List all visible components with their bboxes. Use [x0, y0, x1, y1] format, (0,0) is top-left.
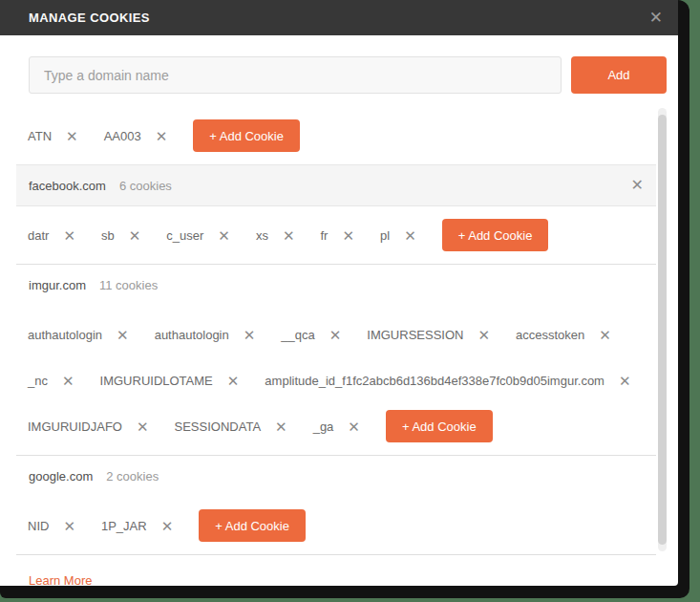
cookie-chip: AA003 ✕	[104, 128, 169, 144]
cookie-chip: amplitude_id_f1fc2abcb6d136bd4ef338e7fc0…	[265, 373, 631, 389]
remove-cookie-button[interactable]: ✕	[65, 128, 79, 144]
window-frame: MANAGE COOKIES ✕ Add ATN ✕ AA003 ✕ + Add…	[0, 0, 689, 598]
remove-cookie-button[interactable]: ✕	[155, 128, 169, 144]
titlebar: MANAGE COOKIES ✕	[0, 0, 678, 35]
cookie-chip: datr ✕	[28, 227, 76, 244]
cookie-name: authautologin	[155, 328, 229, 342]
cookie-name: IMGURUIDJAFO	[28, 419, 122, 434]
remove-cookie-button[interactable]: ✕	[136, 419, 150, 435]
domain-name: imgur.com	[29, 278, 86, 292]
scrollbar-track[interactable]	[658, 108, 667, 551]
cookie-count: 6 cookies	[119, 179, 172, 193]
cookie-chip: fr ✕	[320, 227, 355, 244]
remove-cookie-button[interactable]: ✕	[61, 373, 75, 389]
domain-input[interactable]	[29, 56, 562, 94]
cookie-group: imgur.com 11 cookies authautologin ✕ aut…	[16, 264, 656, 455]
add-domain-button[interactable]: Add	[571, 56, 667, 94]
remove-cookie-button[interactable]: ✕	[226, 373, 241, 389]
add-cookie-button[interactable]: + Add Cookie	[386, 410, 493, 442]
cookie-chip: NID ✕	[28, 518, 76, 534]
cookie-name: 1P_JAR	[101, 519, 147, 533]
remove-cookie-button[interactable]: ✕	[62, 227, 76, 244]
cookie-name: IMGURUIDLOTAME	[100, 374, 213, 388]
add-cookie-button[interactable]: + Add Cookie	[193, 119, 300, 152]
remove-domain-button[interactable]: ✕	[629, 176, 646, 195]
cookie-name: authautologin	[28, 328, 102, 342]
remove-cookie-button[interactable]: ✕	[160, 518, 175, 534]
add-cookie-button[interactable]: + Add Cookie	[442, 219, 549, 251]
cookie-chip: xs ✕	[256, 227, 296, 244]
cookie-name: __qca	[281, 328, 314, 342]
dialog-title: MANAGE COOKIES	[29, 11, 150, 25]
remove-cookie-button[interactable]: ✕	[618, 373, 632, 389]
cookie-name: fr	[320, 228, 328, 243]
remove-cookie-button[interactable]: ✕	[274, 419, 288, 435]
cookie-chips: authautologin ✕ authautologin ✕ __qca ✕ …	[16, 306, 656, 455]
remove-cookie-button[interactable]: ✕	[62, 518, 76, 534]
cookie-chips: ATN ✕ AA003 ✕ + Add Cookie	[16, 107, 656, 164]
domain-name: facebook.com	[29, 179, 106, 193]
cookie-chip: accesstoken ✕	[516, 327, 612, 343]
cookie-chip: c_user ✕	[166, 227, 231, 244]
cookie-chip: pl ✕	[380, 227, 417, 244]
cookie-name: accesstoken	[516, 328, 584, 342]
cookie-chip: __qca ✕	[281, 327, 342, 343]
cookie-chip: ATN ✕	[28, 128, 79, 144]
cookie-group: ATN ✕ AA003 ✕ + Add Cookie	[16, 107, 656, 164]
cookie-group: facebook.com 6 cookies ✕ datr ✕ sb ✕ c_u…	[16, 164, 656, 264]
cookie-row: IMGURUIDJAFO ✕ SESSIONDATA ✕ _ga ✕ + Add…	[28, 403, 656, 449]
cookie-name: _ga	[313, 419, 334, 434]
cookie-name: ATN	[28, 129, 52, 143]
cookie-name: xs	[256, 228, 268, 243]
cookie-chip: IMGURUIDJAFO ✕	[28, 419, 150, 435]
remove-cookie-button[interactable]: ✕	[403, 227, 417, 244]
cookie-name: amplitude_id_f1fc2abcb6d136bd4ef338e7fc0…	[265, 374, 605, 388]
domain-name: google.com	[29, 469, 93, 484]
cookie-chip: 1P_JAR ✕	[101, 518, 174, 534]
cookie-chip: _ga ✕	[313, 419, 361, 435]
cookie-row: NID ✕ 1P_JAR ✕ + Add Cookie	[28, 503, 656, 548]
cookie-name: SESSIONDATA	[175, 419, 262, 434]
cookie-name: AA003	[104, 129, 141, 143]
domain-header[interactable]: facebook.com 6 cookies ✕	[16, 164, 656, 206]
remove-cookie-button[interactable]: ✕	[477, 327, 491, 343]
cookie-chip: IMGURUIDLOTAME ✕	[100, 373, 241, 389]
remove-cookie-button[interactable]: ✕	[128, 227, 142, 244]
add-cookie-button[interactable]: + Add Cookie	[199, 509, 306, 542]
learn-more-link[interactable]: Learn More	[29, 573, 92, 586]
list-footer: Learn More	[16, 554, 656, 586]
close-icon: ✕	[649, 9, 663, 27]
remove-cookie-button[interactable]: ✕	[329, 327, 343, 343]
domain-header[interactable]: google.com 2 cookies	[16, 455, 656, 497]
domain-header[interactable]: imgur.com 11 cookies	[16, 264, 656, 306]
remove-cookie-button[interactable]: ✕	[243, 327, 257, 343]
cookie-chips: NID ✕ 1P_JAR ✕ + Add Cookie	[16, 497, 656, 554]
remove-cookie-button[interactable]: ✕	[217, 227, 231, 244]
cookie-chip: IMGURSESSION ✕	[367, 327, 491, 343]
cookie-chip: authautologin ✕	[28, 327, 130, 343]
cookie-chip: _nc ✕	[28, 373, 75, 389]
close-button[interactable]: ✕	[646, 8, 667, 28]
scrollbar-thumb[interactable]	[658, 115, 667, 545]
cookie-name: IMGURSESSION	[367, 328, 463, 342]
remove-cookie-button[interactable]: ✕	[347, 419, 361, 435]
cookie-chip: SESSIONDATA ✕	[175, 419, 288, 435]
remove-cookie-button[interactable]: ✕	[598, 327, 612, 343]
cookie-count: 2 cookies	[106, 469, 159, 484]
remove-cookie-button[interactable]: ✕	[282, 227, 296, 244]
cookie-group: google.com 2 cookies NID ✕ 1P_JAR ✕ + Ad…	[16, 455, 656, 554]
domain-form: Add	[0, 35, 678, 94]
remove-cookie-button[interactable]: ✕	[341, 227, 355, 244]
remove-cookie-button[interactable]: ✕	[116, 327, 130, 343]
cookie-row: authautologin ✕ authautologin ✕ __qca ✕ …	[28, 312, 656, 357]
cookie-name: c_user	[166, 228, 203, 243]
cookie-chips: datr ✕ sb ✕ c_user ✕ xs ✕ fr ✕ pl ✕ + Ad…	[16, 206, 656, 264]
cookie-name: pl	[380, 228, 390, 243]
cookie-chip: sb ✕	[101, 227, 141, 244]
cookie-row: _nc ✕ IMGURUIDLOTAME ✕ amplitude_id_f1fc…	[28, 357, 656, 403]
cookie-name: _nc	[28, 374, 48, 388]
cookie-name: NID	[28, 519, 49, 533]
cookie-name: sb	[101, 228, 115, 243]
cookie-count: 11 cookies	[99, 278, 158, 292]
cookie-row: ATN ✕ AA003 ✕ + Add Cookie	[28, 113, 656, 159]
